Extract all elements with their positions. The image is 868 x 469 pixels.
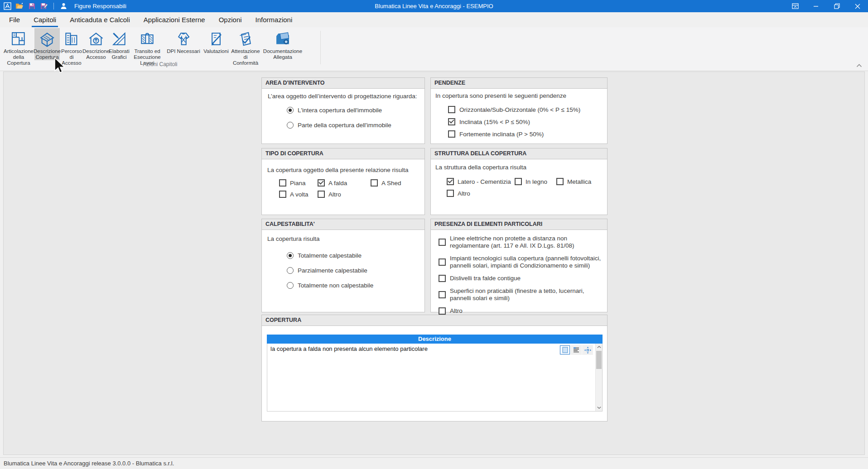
quick-access-toolbar: Figure Responsabili	[0, 0, 126, 12]
ribbon-dpi-necessari-button[interactable]: DPI Necessari	[165, 28, 202, 54]
checkbox[interactable]	[279, 179, 286, 187]
radio-intera-copertura[interactable]: L'intera copertura dell'immobile	[287, 107, 424, 114]
tipo-copertura-intro: La copertura oggetto della presente rela…	[262, 159, 424, 173]
checkbox-piana[interactable]: Piana	[279, 179, 318, 187]
radio-button[interactable]	[287, 252, 294, 259]
collapse-ribbon-icon[interactable]	[856, 64, 862, 67]
roof-3d-icon	[39, 29, 56, 48]
radio-button[interactable]	[287, 122, 294, 129]
checkbox[interactable]	[439, 307, 446, 315]
save-icon[interactable]	[28, 2, 36, 10]
checkbox-superfici-non-praticabili[interactable]: Superfici non praticabili (finestre a te…	[439, 287, 607, 302]
checkbox-inclinata[interactable]: Inclinata (15% < P ≤ 50%)	[448, 118, 607, 125]
ribbon-valutazioni-button[interactable]: Valutazioni	[202, 28, 230, 54]
menu-applicazioni-esterne[interactable]: Applicazioni Esterne	[137, 12, 212, 27]
window-controls	[785, 0, 868, 12]
ribbon-descrizione-accesso-button[interactable]: Descrizione Accesso	[83, 28, 109, 60]
ribbon-articolazione-della-copertura-button[interactable]: Articolazione della Copertura	[3, 28, 34, 66]
open-file-icon[interactable]	[15, 2, 24, 10]
checkbox[interactable]	[448, 106, 455, 113]
checkbox[interactable]	[439, 291, 446, 298]
menu-capitoli[interactable]: Capitoli	[27, 12, 63, 27]
checkbox-fortemente-inclinata[interactable]: Fortemente inclinata (P > 50%)	[448, 130, 607, 138]
checkbox-orizzontale[interactable]: Orizzontale/Sub-Orizzontale (0% < P ≤ 15…	[448, 106, 607, 113]
draft-view-button[interactable]	[571, 345, 581, 354]
checkbox-a-shed[interactable]: A Shed	[371, 179, 401, 187]
radio-button[interactable]	[287, 267, 294, 274]
checkbox-dislivelli[interactable]: Dislivelli tra falde contigue	[439, 275, 607, 282]
ribbon-display-options-button[interactable]	[785, 0, 805, 12]
checkbox-linee-elettriche[interactable]: Linee elettriche non protette a distanza…	[439, 235, 607, 249]
struttura-intro: La struttura della copertura risulta	[431, 159, 607, 171]
checkbox[interactable]	[318, 179, 325, 187]
checkbox-struttura-altro[interactable]: Altro	[447, 190, 470, 197]
panel-tipo-copertura-title: TIPO DI COPERTURA	[262, 148, 424, 159]
checkbox-a-volta[interactable]: A volta	[279, 191, 318, 198]
descrizione-text-area[interactable]: la copertura a falda non presenta alcun …	[267, 344, 603, 412]
minimize-button[interactable]	[805, 0, 826, 12]
building-list-icon	[63, 29, 80, 48]
title-bar: Figure Responsabili Blumatica Linee Vita…	[0, 0, 868, 12]
ribbon-elaborati-grafici-button[interactable]: Elaborati Grafici	[109, 28, 130, 60]
scrollbar-thumb[interactable]	[596, 351, 602, 369]
radio-parzialmente-calpestabile[interactable]: Parzialmente calpestabile	[287, 267, 424, 274]
descrizione-editor: Descrizione la copertura a falda non pre…	[267, 335, 603, 412]
checkbox-tipo-altro[interactable]: Altro	[318, 191, 341, 198]
radio-parte-copertura[interactable]: Parte della copertura dell'immobile	[287, 122, 424, 129]
checkbox-metallica[interactable]: Metallica	[556, 178, 591, 185]
checkbox-in-legno[interactable]: In legno	[515, 178, 556, 185]
checkbox[interactable]	[447, 178, 454, 185]
menu-file[interactable]: File	[2, 12, 27, 27]
radio-totalmente-non-calpestabile[interactable]: Totalmente non calpestabile	[287, 282, 424, 289]
checkbox[interactable]	[448, 130, 455, 138]
ribbon-documentazione-allegata-button[interactable]: Documentazione Allegata	[261, 28, 304, 60]
radio-totalmente-calpestabile[interactable]: Totalmente calpestabile	[287, 252, 424, 259]
scroll-down-icon[interactable]	[596, 404, 602, 411]
close-button[interactable]	[847, 0, 868, 12]
ribbon-percorso-di-accesso-button[interactable]: Percorso di Accesso	[60, 28, 83, 66]
checkbox[interactable]	[439, 258, 446, 266]
menu-informazioni[interactable]: Informazioni	[249, 12, 299, 27]
radio-button[interactable]	[287, 282, 294, 289]
ribbon-descrizione-copertura-button[interactable]: Descrizione Copertura	[34, 28, 60, 60]
menu-anticaduta-e-calcoli[interactable]: Anticaduta e Calcoli	[63, 12, 137, 27]
menu-opzioni[interactable]: Opzioni	[212, 12, 249, 27]
vertical-scrollbar[interactable]	[595, 344, 602, 411]
panel-copertura-title: COPERTURA	[262, 315, 607, 326]
restore-button[interactable]	[826, 0, 847, 12]
checkbox[interactable]	[279, 191, 286, 198]
house-arrow-icon	[87, 29, 105, 48]
ribbon-attestazione-conformita-button[interactable]: Attestazione di Conformità	[230, 28, 261, 66]
checkbox[interactable]	[439, 239, 446, 246]
app-logo-icon[interactable]	[3, 2, 11, 10]
checkbox[interactable]	[439, 275, 446, 282]
checkbox[interactable]	[318, 191, 325, 198]
ribbon-transito-esecuzione-lavori-button[interactable]: Transito ed Esecuzione Lavori	[130, 28, 165, 66]
figure-responsabili-icon[interactable]	[59, 2, 68, 10]
page-view-button[interactable]	[560, 345, 570, 354]
checkbox[interactable]	[447, 190, 454, 197]
folder-photo-icon	[274, 29, 291, 48]
editor-mini-toolbar	[559, 345, 593, 355]
checkbox-presenza-altro[interactable]: Altro	[439, 307, 607, 315]
panel-calpestabilita-title: CALPESTABILITA'	[262, 219, 424, 230]
panel-struttura-title: STRUTTURA DELLA COPERTURA	[431, 148, 607, 159]
pan-move-button[interactable]	[583, 345, 593, 354]
scroll-up-icon[interactable]	[596, 344, 602, 350]
save-as-icon[interactable]	[40, 2, 48, 10]
checkbox-impianti-tecnologici[interactable]: Impianti tecnologici sulla copertura (pa…	[439, 255, 607, 269]
checkbox[interactable]	[448, 118, 455, 125]
descrizione-text[interactable]: la copertura a falda non presenta alcun …	[267, 344, 602, 354]
panel-presenza-title: PRESENZA DI ELEMENTI PARTICOLARI	[431, 219, 607, 230]
panel-presenza-elementi: PRESENZA DI ELEMENTI PARTICOLARI Linee e…	[430, 219, 608, 312]
area-intervento-intro: L’area oggetto dell’intervento di proget…	[262, 89, 424, 100]
checkbox[interactable]	[556, 178, 564, 185]
checkbox[interactable]	[371, 179, 378, 187]
package-icon	[139, 29, 156, 48]
figure-responsabili-label[interactable]: Figure Responsabili	[74, 3, 126, 10]
checkbox[interactable]	[515, 178, 522, 185]
checkbox-latero-cementizia[interactable]: Latero - Cementizia	[447, 178, 515, 185]
radio-button[interactable]	[287, 107, 294, 114]
panel-pendenze-title: PENDENZE	[431, 78, 607, 89]
checkbox-a-falda[interactable]: A falda	[318, 179, 371, 187]
